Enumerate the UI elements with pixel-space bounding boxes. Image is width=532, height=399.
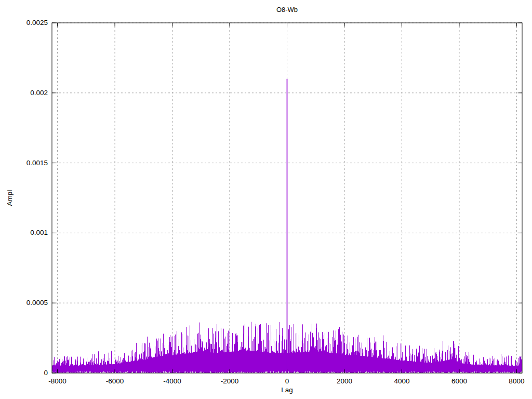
x-tick-label: -4000 [163,377,181,385]
x-tick-label: 4000 [394,377,409,385]
y-tick-label: 0.001 [30,229,48,237]
chart-window: O8-Wb Lag Ampl 00.00050.0010.00150.0020.… [0,0,532,399]
y-tick-label: 0 [44,369,48,377]
x-tick-label: -6000 [106,377,124,385]
x-tick-label: 8000 [509,377,524,385]
plot-canvas [0,0,532,399]
y-tick-label: 0.0015 [26,159,48,167]
x-tick-label: -2000 [221,377,239,385]
y-tick-label: 0.0005 [26,299,48,307]
x-tick-label: 0 [285,377,289,385]
y-axis-label: Ampl [6,190,14,206]
x-tick-label: 2000 [337,377,352,385]
y-tick-label: 0.0025 [26,19,48,27]
x-tick-label: -8000 [48,377,66,385]
x-tick-label: 6000 [451,377,467,385]
x-axis-label: Lag [52,386,522,394]
y-tick-label: 0.002 [30,89,48,97]
chart-title: O8-Wb [52,6,522,14]
